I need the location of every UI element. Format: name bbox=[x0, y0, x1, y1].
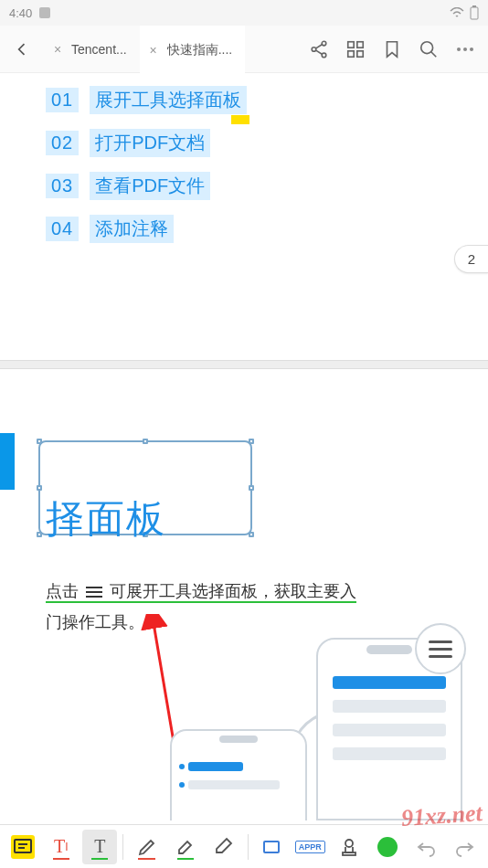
toc-item[interactable]: 04 添加注释 bbox=[46, 207, 488, 250]
status-app-icon bbox=[39, 7, 50, 18]
eraser-tool[interactable] bbox=[207, 830, 241, 864]
highlighter-tool[interactable] bbox=[168, 830, 203, 864]
top-bar: × Tencent... × 快速指南.... bbox=[0, 26, 488, 73]
toc-item[interactable]: 01 展开工具选择面板 bbox=[46, 79, 488, 122]
tab-label: 快速指南.... bbox=[167, 42, 233, 58]
svg-rect-14 bbox=[264, 842, 279, 852]
tab-strip: × Tencent... × 快速指南.... bbox=[44, 26, 296, 73]
svg-point-9 bbox=[421, 41, 433, 53]
status-time: 4:40 bbox=[9, 6, 32, 20]
grid-icon[interactable] bbox=[345, 39, 366, 59]
phone-illustration-small bbox=[170, 729, 307, 820]
bookmark-icon[interactable] bbox=[382, 39, 402, 59]
approve-stamp-tool[interactable]: APPR bbox=[292, 830, 327, 864]
toc-item[interactable]: 02 打开PDF文档 bbox=[46, 122, 488, 164]
approve-label: APPR bbox=[295, 841, 325, 853]
redo-tool[interactable] bbox=[448, 830, 483, 864]
svg-rect-6 bbox=[357, 41, 363, 47]
resize-handle[interactable] bbox=[37, 485, 42, 491]
resize-handle[interactable] bbox=[143, 439, 148, 444]
section-panel: 择面板 点击 可展开工具选择面板，获取主要入 门操作工具。 bbox=[0, 369, 488, 824]
shape-tool[interactable] bbox=[254, 830, 289, 864]
document-viewport[interactable]: 01 展开工具选择面板 02 打开PDF文档 03 查看PDF文件 04 添加注… bbox=[0, 73, 488, 824]
tab-tencent[interactable]: × Tencent... bbox=[44, 26, 140, 73]
close-icon[interactable]: × bbox=[147, 44, 160, 57]
wifi-icon bbox=[450, 7, 464, 18]
back-button[interactable] bbox=[0, 26, 44, 73]
stamp-tool[interactable] bbox=[331, 830, 366, 864]
resize-handle[interactable] bbox=[249, 485, 254, 491]
svg-rect-1 bbox=[472, 5, 476, 7]
pencil-tool[interactable] bbox=[129, 830, 164, 864]
toc-number: 02 bbox=[46, 131, 79, 155]
resize-handle[interactable] bbox=[249, 532, 254, 537]
illustration bbox=[170, 638, 462, 820]
undo-tool[interactable] bbox=[408, 830, 443, 864]
svg-rect-8 bbox=[357, 50, 363, 56]
divider bbox=[122, 834, 123, 860]
para-text: 点击 bbox=[46, 582, 79, 600]
divider bbox=[248, 834, 249, 860]
annotation-toolbar: TI T APPR bbox=[0, 824, 488, 868]
toc-number: 03 bbox=[46, 174, 79, 198]
share-icon[interactable] bbox=[309, 39, 329, 59]
toc-item[interactable]: 03 查看PDF文件 bbox=[46, 164, 488, 207]
table-of-contents: 01 展开工具选择面板 02 打开PDF文档 03 查看PDF文件 04 添加注… bbox=[0, 73, 488, 250]
svg-point-15 bbox=[345, 840, 353, 847]
highlight-mark bbox=[231, 115, 249, 124]
toc-text: 展开工具选择面板 bbox=[90, 86, 247, 114]
phone-illustration-large bbox=[316, 638, 462, 820]
highlight-text-tool[interactable]: TI bbox=[44, 830, 79, 864]
search-icon[interactable] bbox=[419, 39, 439, 59]
underline-text-tool[interactable]: T bbox=[82, 830, 117, 864]
para-text: 可展开工具选择面板，获取主要入 bbox=[110, 582, 356, 600]
toc-number: 04 bbox=[46, 217, 79, 241]
status-bar: 4:40 bbox=[0, 0, 488, 26]
color-picker-green[interactable] bbox=[370, 830, 405, 864]
svg-rect-16 bbox=[343, 852, 355, 855]
toc-text: 添加注释 bbox=[90, 215, 174, 243]
close-icon[interactable]: × bbox=[51, 43, 64, 56]
page-indicator[interactable]: 2 bbox=[454, 245, 488, 273]
svg-rect-11 bbox=[15, 840, 31, 852]
section-heading: 择面板 bbox=[46, 493, 166, 545]
para-text: 门操作工具。 bbox=[46, 613, 144, 631]
tab-label: Tencent... bbox=[71, 42, 127, 57]
svg-rect-0 bbox=[471, 7, 478, 19]
paragraph: 点击 可展开工具选择面板，获取主要入 门操作工具。 bbox=[46, 576, 424, 638]
page-gap bbox=[0, 360, 488, 369]
toc-text: 打开PDF文档 bbox=[90, 129, 210, 157]
hamburger-circle-icon bbox=[415, 623, 466, 674]
resize-handle[interactable] bbox=[37, 439, 42, 444]
resize-handle[interactable] bbox=[249, 439, 254, 444]
toc-number: 01 bbox=[46, 88, 79, 112]
tab-quickguide[interactable]: × 快速指南.... bbox=[140, 26, 246, 73]
more-icon[interactable] bbox=[455, 39, 475, 59]
note-tool[interactable] bbox=[11, 835, 35, 859]
top-actions bbox=[296, 39, 488, 59]
page-number: 2 bbox=[468, 251, 475, 267]
resize-handle[interactable] bbox=[37, 532, 42, 537]
svg-rect-5 bbox=[348, 41, 354, 47]
battery-icon bbox=[470, 5, 479, 20]
svg-rect-7 bbox=[348, 50, 354, 56]
hamburger-icon bbox=[83, 584, 105, 600]
toc-text: 查看PDF文件 bbox=[90, 172, 210, 200]
section-marker bbox=[0, 433, 15, 490]
